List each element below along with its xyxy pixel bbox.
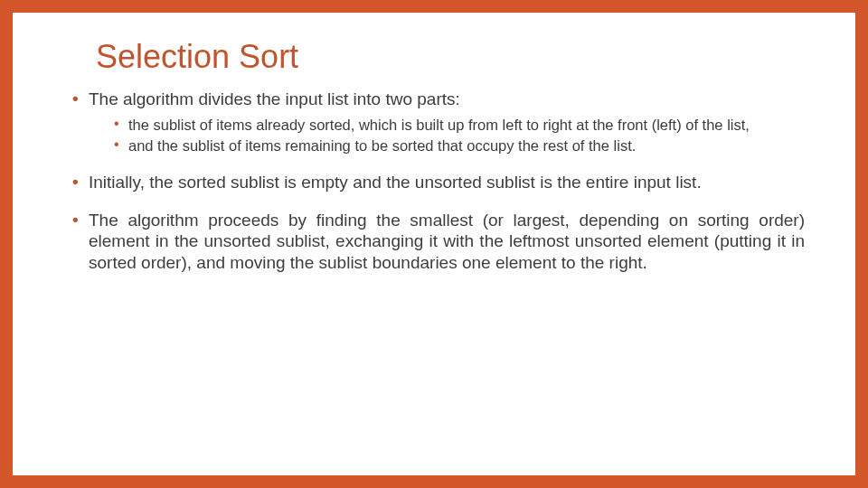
- bullet-item: The algorithm divides the input list int…: [72, 89, 805, 155]
- bullet-item: The algorithm proceeds by finding the sm…: [72, 210, 805, 274]
- bullet-text: Initially, the sorted sublist is empty a…: [89, 173, 702, 192]
- sub-bullet-list: the sublist of items already sorted, whi…: [89, 116, 805, 155]
- main-bullet-list: The algorithm divides the input list int…: [63, 89, 805, 274]
- sub-bullet-text: the sublist of items already sorted, whi…: [128, 117, 750, 133]
- bullet-item: Initially, the sorted sublist is empty a…: [72, 172, 805, 193]
- slide-body: Selection Sort The algorithm divides the…: [13, 13, 855, 475]
- sub-bullet-item: the sublist of items already sorted, whi…: [114, 116, 805, 135]
- sub-bullet-text: and the sublist of items remaining to be…: [128, 137, 636, 154]
- bullet-text: The algorithm divides the input list int…: [89, 89, 460, 108]
- slide-title: Selection Sort: [96, 38, 805, 76]
- sub-bullet-item: and the sublist of items remaining to be…: [114, 136, 805, 155]
- bullet-text: The algorithm proceeds by finding the sm…: [89, 211, 805, 273]
